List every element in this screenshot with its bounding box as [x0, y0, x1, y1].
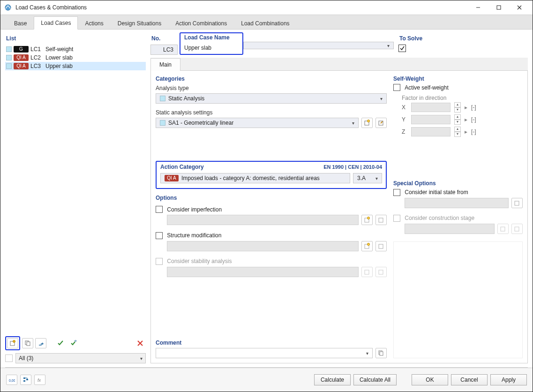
action-code-select[interactable]: 3.A ▾ — [353, 173, 382, 183]
svg-rect-19 — [515, 201, 519, 205]
imperfection-checkbox[interactable] — [156, 206, 163, 213]
maximize-button[interactable] — [488, 1, 509, 14]
color-swatch — [6, 55, 12, 60]
tab-load-combinations[interactable]: Load Combinations — [234, 17, 296, 30]
special-options-title: Special Options — [393, 179, 523, 188]
detail-tabstrip: Main — [150, 58, 528, 71]
action-category-select[interactable]: QI A Imposed loads - category A: domesti… — [160, 173, 350, 183]
tab-main[interactable]: Main — [150, 58, 180, 71]
chevron-down-icon: ▾ — [380, 96, 383, 101]
calculate-all-button[interactable]: Calculate All — [353, 374, 397, 385]
category-tag: QI A — [14, 54, 29, 61]
edit-initial-state-button[interactable] — [511, 198, 523, 208]
analysis-type-select[interactable]: Static Analysis ▾ — [156, 93, 387, 104]
edit-stability-button — [375, 267, 387, 277]
tab-load-cases[interactable]: Load Cases — [34, 16, 78, 30]
stability-field — [167, 267, 359, 277]
chevron-down-icon: ▾ — [387, 43, 390, 48]
svg-point-10 — [368, 217, 370, 219]
details-panel: No. LC3 Load Case Name Upper slab . ▾ — [150, 33, 528, 367]
to-solve-checkbox[interactable] — [398, 45, 406, 52]
factor-x-spinner: ▴▾ — [454, 102, 461, 113]
window-title: Load Cases & Combinations — [15, 4, 87, 11]
calculate-button[interactable]: Calculate — [314, 374, 351, 385]
filter-value: All (3) — [19, 355, 33, 362]
initial-state-label: Consider initial state from — [405, 189, 468, 196]
units-button[interactable]: 0,00 — [6, 375, 17, 385]
name-input[interactable]: . ▾ — [243, 42, 394, 49]
list-item[interactable]: QI A LC3 Upper slab — [5, 62, 146, 70]
svg-rect-14 — [379, 244, 383, 249]
chevron-down-icon: ▾ — [375, 176, 378, 181]
list-filter: All (3) ▾ — [5, 353, 146, 367]
edit-structure-mod-button[interactable] — [375, 241, 387, 251]
copy-item-button[interactable] — [22, 338, 33, 348]
edit-construction-stage-button — [511, 224, 523, 234]
lc-id: LC1 — [30, 46, 44, 53]
initial-state-checkbox[interactable] — [393, 189, 400, 196]
new-imperfection-button[interactable] — [361, 215, 373, 225]
category-tag: G — [14, 46, 29, 53]
svg-rect-21 — [515, 227, 519, 231]
construction-stage-field — [405, 224, 495, 234]
comment-library-button[interactable] — [375, 348, 387, 358]
svg-rect-24 — [23, 380, 25, 382]
factor-y-spinner: ▴▾ — [454, 114, 461, 125]
ok-button[interactable]: OK — [412, 374, 448, 385]
dialog-window: Load Cases & Combinations Base Load Case… — [0, 0, 533, 392]
filter-select[interactable]: All (3) ▾ — [15, 353, 146, 363]
category-tag: QI A — [14, 63, 29, 69]
edit-imperfection-button[interactable] — [375, 215, 387, 225]
delete-item-button[interactable] — [135, 338, 146, 348]
new-construction-stage-button — [497, 224, 509, 234]
script-button[interactable]: fx — [34, 375, 45, 385]
check-toggle-button[interactable] — [68, 338, 79, 348]
comment-input[interactable]: ▾ — [156, 348, 373, 358]
name-preview: Upper slab — [183, 44, 240, 51]
factor-label: Factor in direction — [402, 95, 523, 101]
svg-text:0,00: 0,00 — [9, 379, 15, 382]
minimize-button[interactable] — [468, 1, 488, 14]
categories-title: Categories — [156, 75, 387, 84]
color-swatch — [6, 63, 12, 69]
tab-actions[interactable]: Actions — [78, 17, 110, 30]
factor-x-input — [411, 103, 450, 112]
dialog-footer: 0,00 fx Calculate Calculate All OK Cance… — [0, 368, 533, 392]
tree-button[interactable] — [20, 375, 31, 385]
edit-settings-button[interactable] — [375, 118, 387, 128]
apply-button[interactable]: Apply — [490, 374, 527, 385]
close-button[interactable] — [509, 1, 530, 14]
list-item[interactable]: G LC1 Self-weight — [5, 45, 146, 53]
construction-stage-label: Consider construction stage — [405, 215, 474, 221]
new-item-button[interactable] — [7, 338, 18, 348]
initial-state-field — [405, 198, 509, 208]
structure-mod-field — [167, 241, 359, 251]
tab-design-situations[interactable]: Design Situations — [111, 17, 168, 30]
new-settings-button[interactable] — [361, 118, 373, 128]
comment-title: Comment — [156, 339, 387, 348]
move-item-button[interactable] — [35, 338, 46, 348]
category-tag: QI A — [165, 175, 179, 181]
svg-rect-5 — [27, 342, 30, 346]
axis-z-label: Z — [402, 128, 407, 135]
list-toolbar — [5, 334, 146, 353]
action-category-title: Action Category — [160, 164, 204, 170]
stability-label: Consider stability analysis — [167, 258, 232, 264]
cancel-button[interactable]: Cancel — [451, 374, 488, 385]
no-input[interactable]: LC3 — [150, 45, 178, 55]
axis-y-label: Y — [402, 116, 407, 123]
lc-name: Upper slab — [45, 63, 145, 69]
tab-base[interactable]: Base — [7, 17, 34, 30]
tab-action-combinations[interactable]: Action Combinations — [168, 17, 234, 30]
settings-select[interactable]: SA1 - Geometrically linear ▾ — [156, 118, 359, 128]
active-self-weight-checkbox[interactable] — [393, 84, 400, 91]
structure-mod-checkbox[interactable] — [156, 232, 163, 239]
construction-stage-checkbox — [393, 215, 400, 222]
new-structure-mod-button[interactable] — [361, 241, 373, 251]
check-all-button[interactable] — [55, 338, 66, 348]
self-weight-title: Self-Weight — [393, 75, 523, 84]
svg-rect-16 — [379, 270, 383, 274]
list-item[interactable]: QI A LC2 Lower slab — [5, 53, 146, 62]
svg-point-7 — [368, 120, 370, 122]
goto-icon: ▸ — [465, 116, 467, 123]
